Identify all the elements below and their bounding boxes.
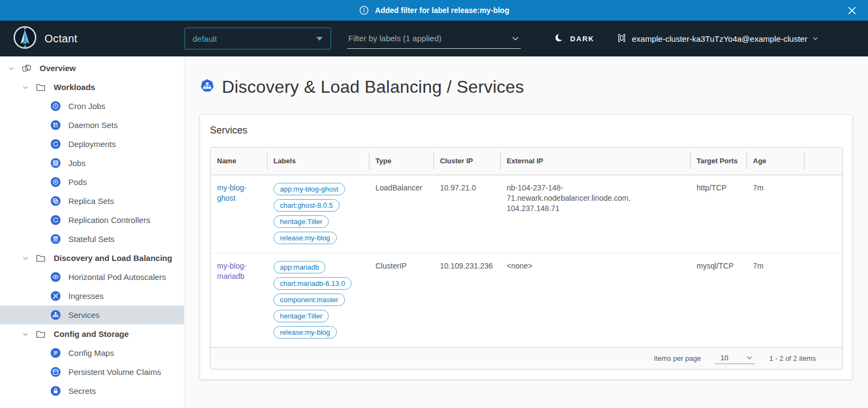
column-header-external-ip: External IP [500, 148, 690, 175]
cell-type: ClusterIP [369, 253, 433, 347]
app-title: Octant [44, 33, 78, 45]
sidebar-item-secrets[interactable]: Secrets [0, 381, 184, 400]
daemonset-icon [50, 120, 61, 131]
column-header-type: Type [369, 148, 433, 175]
sidebar-item-label: Stateful Sets [68, 234, 114, 244]
label-pill[interactable]: release:my-blog [273, 232, 337, 244]
theme-toggle[interactable]: DARK [554, 33, 595, 44]
sidebar-item-jobs[interactable]: Jobs [0, 154, 184, 173]
chevron-down-icon [746, 354, 753, 361]
table-footer: Items per page 10 1 - 2 of 2 items [210, 347, 842, 369]
pagination-range: 1 - 2 of 2 items [769, 354, 816, 362]
sidebar-item-workloads[interactable]: Workloads [0, 78, 184, 97]
caret-down-icon[interactable] [21, 253, 30, 263]
alert-bar: Added filter for label release:my-blog [0, 0, 868, 21]
sidebar-item-config-and-storage[interactable]: Config and Storage [0, 324, 184, 343]
ingress-icon [50, 291, 61, 302]
sidebar-item-daemon-sets[interactable]: Daemon Sets [0, 116, 184, 135]
chevron-down-icon [812, 35, 819, 42]
cell-type: LoadBalancer [369, 175, 433, 253]
namespace-value: default [193, 34, 217, 43]
folder-icon [35, 253, 46, 264]
label-pill[interactable]: component:master [273, 294, 345, 306]
service-hexagon-icon [200, 79, 215, 96]
sidebar-item-label: Config Maps [68, 348, 114, 358]
cell-age: 7m [746, 175, 804, 253]
alert-message: Added filter for label release:my-blog [375, 6, 509, 15]
column-header-name: Name [210, 148, 267, 175]
sidebar-item-services[interactable]: Services [0, 305, 184, 324]
statefulset-icon [50, 234, 61, 245]
label-filter-text: Filter by labels (1 applied) [348, 34, 442, 43]
service-link[interactable]: my-blog-ghost [217, 183, 246, 202]
cell-spacer [804, 175, 843, 253]
theme-label: DARK [570, 35, 595, 43]
caret-down-icon [316, 37, 323, 41]
label-pill[interactable]: app:my-blog-ghost [273, 183, 345, 195]
sidebar-item-cron-jobs[interactable]: Cron Jobs [0, 97, 184, 116]
services-table: NameLabelsTypeCluster IPExternal IPTarge… [210, 147, 843, 369]
label-pill[interactable]: heritage:Tiller [273, 215, 329, 228]
chevron-down-icon [511, 34, 520, 43]
sidebar-item-label: Replication Controllers [68, 215, 150, 225]
sidebar-item-label: Replica Sets [68, 196, 114, 206]
sidebar-item-label: Config and Storage [54, 329, 129, 339]
sidebar-item-label: Deployments [68, 139, 116, 149]
sidebar-item-persistent-volume-claims[interactable]: Persistent Volume Claims [0, 362, 184, 381]
cell-spacer [804, 253, 843, 347]
sidebar-item-replica-sets[interactable]: Replica Sets [0, 192, 184, 211]
service-icon [50, 310, 61, 321]
sidebar-item-stateful-sets[interactable]: Stateful Sets [0, 229, 184, 248]
sidebar-item-label: Daemon Sets [68, 120, 118, 130]
column-header-spacer [804, 148, 843, 175]
column-header-labels: Labels [267, 148, 369, 175]
column-header-cluster-ip: Cluster IP [433, 148, 500, 175]
cronjob-icon [50, 101, 61, 112]
cell-cluster-ip: 10.109.231.236 [433, 253, 500, 347]
folder-icon [35, 329, 46, 340]
context-selector[interactable]: example-cluster-ka3TuTzYo4a@example-clus… [616, 33, 819, 45]
context-name: example-cluster-ka3TuTzYo4a@example-clus… [632, 34, 807, 43]
sidebar-item-replication-controllers[interactable]: Replication Controllers [0, 211, 184, 229]
caret-down-icon[interactable] [21, 329, 30, 339]
sidebar-item-label: Services [68, 310, 100, 320]
cell-target-ports: mysql/TCP [690, 253, 746, 347]
label-pill[interactable]: chart:ghost-8.0.5 [273, 199, 340, 212]
sidebar-item-ingresses[interactable]: Ingresses [0, 286, 184, 305]
sidebar-item-discovery-and-load-balancing[interactable]: Discovery and Load Balancing [0, 248, 184, 267]
pvc-icon [50, 367, 61, 378]
page-size-select[interactable]: 10 [715, 353, 755, 364]
sidebar-item-config-maps[interactable]: Config Maps [0, 343, 184, 362]
caret-down-icon[interactable] [7, 63, 16, 73]
info-icon [359, 5, 369, 16]
cell-cluster-ip: 10.97.21.0 [433, 175, 500, 253]
sidebar-item-label: Jobs [68, 158, 86, 168]
label-filter-select[interactable]: Filter by labels (1 applied) [347, 28, 521, 49]
cell-target-ports: http/TCP [690, 175, 746, 253]
table-row: my-blog-mariadbapp:mariadbchart:mariadb-… [210, 253, 843, 347]
close-icon[interactable] [846, 5, 857, 16]
sidebar-item-horizontal-pod-autoscalers[interactable]: Horizontal Pod Autoscalers [0, 267, 184, 286]
folder-icon [35, 82, 46, 93]
deployment-icon [50, 139, 61, 150]
service-link[interactable]: my-blog-mariadb [217, 262, 246, 280]
caret-down-icon[interactable] [21, 82, 30, 92]
sidebar-item-label: Ingresses [68, 291, 104, 301]
label-pill[interactable]: heritage:Tiller [273, 310, 329, 322]
namespace-select[interactable]: default [184, 28, 331, 49]
label-pill[interactable]: release:my-blog [273, 326, 337, 339]
sidebar-item-deployments[interactable]: Deployments [0, 135, 184, 154]
sidebar-item-label: Discovery and Load Balancing [54, 253, 172, 263]
sidebar-item-pods[interactable]: Pods [0, 173, 184, 192]
sidebar-item-label: Horizontal Pod Autoscalers [68, 272, 166, 282]
cluster-icon [616, 33, 627, 45]
label-pill[interactable]: chart:mariadb-6.13.0 [273, 277, 352, 290]
sidebar-item-label: Secrets [68, 386, 96, 396]
cell-age: 7m [746, 253, 804, 347]
pod-icon [50, 177, 61, 188]
label-pill[interactable]: app:mariadb [273, 261, 326, 273]
sidebar-nav: OverviewWorkloadsCron JobsDaemon SetsDep… [0, 56, 184, 408]
table-row: my-blog-ghostapp:my-blog-ghostchart:ghos… [210, 175, 843, 253]
sidebar-item-overview[interactable]: Overview [0, 59, 184, 78]
replicaset-icon [50, 196, 61, 207]
